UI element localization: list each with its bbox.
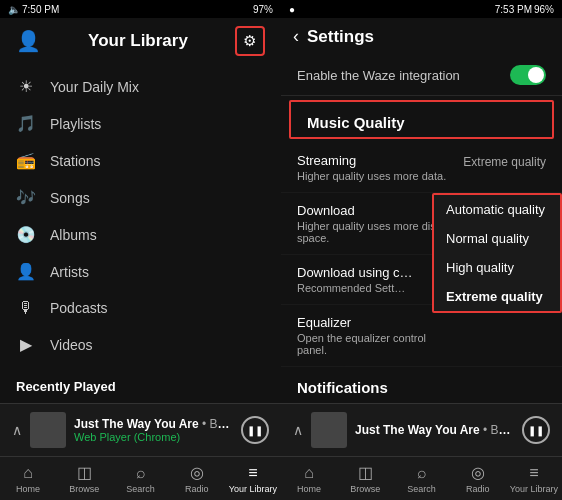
left-search-icon: ⌕ [136,464,146,482]
left-album-art [30,412,66,448]
streaming-text: Streaming Higher quality uses more data. [297,153,463,182]
left-np-chevron: ∧ [12,422,22,438]
right-bn-search[interactable]: ⌕ Search [393,460,449,498]
right-bn-library-label: Your Library [510,484,558,494]
nav-item-artists[interactable]: 👤 Artists [0,253,281,290]
equalizer-row[interactable]: Equalizer Open the equalizer control pan… [281,305,562,367]
right-home-icon: ⌂ [304,464,314,482]
nav-item-songs[interactable]: 🎶 Songs [0,179,281,216]
right-time: 7:53 PM [495,4,532,15]
nav-item-playlists[interactable]: 🎵 Playlists [0,105,281,142]
left-bn-library[interactable]: ≡ Your Library [225,460,281,498]
right-np-info: Just The Way You Are • Bruno Mars [355,423,514,437]
right-pause-button[interactable]: ❚❚ [522,416,550,444]
left-bn-home[interactable]: ⌂ Home [0,460,56,498]
quality-option-automatic[interactable]: Automatic quality [434,195,560,224]
nav-label-albums: Albums [50,227,97,243]
left-np-title: Just The Way You Are • Bruno Mars [74,417,233,431]
nav-item-podcasts[interactable]: 🎙 Podcasts [0,290,281,326]
left-home-icon: ⌂ [23,464,33,482]
left-header-title: Your Library [88,31,188,51]
videos-icon: ▶ [16,335,36,354]
left-status-left: 🔈 7:50 PM [8,4,59,15]
left-panel: 🔈 7:50 PM 97% 👤 Your Library ⚙ ☀ Your Da… [0,0,281,500]
artists-icon: 👤 [16,262,36,281]
quality-option-normal[interactable]: Normal quality [434,224,560,253]
left-library-icon: ≡ [248,464,257,482]
albums-icon: 💿 [16,225,36,244]
right-spotify-icon: ● [289,4,295,15]
nav-label-songs: Songs [50,190,90,206]
waze-label: Enable the Waze integration [297,68,460,83]
left-bn-browse-label: Browse [69,484,99,494]
left-bn-search[interactable]: ⌕ Search [112,460,168,498]
right-bn-browse-label: Browse [350,484,380,494]
left-bn-radio[interactable]: ◎ Radio [169,459,225,498]
equalizer-label: Equalizer [297,315,546,330]
right-radio-icon: ◎ [471,463,485,482]
gear-button[interactable]: ⚙ [235,26,265,56]
playlists-icon: 🎵 [16,114,36,133]
right-bottom-nav: ⌂ Home ◫ Browse ⌕ Search ◎ Radio ≡ Your … [281,456,562,500]
left-now-playing-bar[interactable]: ∧ Just The Way You Are • Bruno Mars Web … [0,403,281,456]
right-browse-icon: ◫ [358,463,373,482]
nav-item-albums[interactable]: 💿 Albums [0,216,281,253]
right-status-right: 7:53 PM 96% [495,4,554,15]
nav-label-playlists: Playlists [50,116,101,132]
library-nav-list: ☀ Your Daily Mix 🎵 Playlists 📻 Stations … [0,64,281,367]
right-now-playing-bar[interactable]: ∧ Just The Way You Are • Bruno Mars ❚❚ [281,403,562,456]
left-bn-radio-label: Radio [185,484,209,494]
left-status-right: 97% [253,4,273,15]
right-header: ‹ Settings [281,18,562,55]
left-pause-button[interactable]: ❚❚ [241,416,269,444]
right-status-left: ● [289,4,295,15]
nav-label-stations: Stations [50,153,101,169]
left-bn-home-label: Home [16,484,40,494]
nav-label-podcasts: Podcasts [50,300,108,316]
nav-label-daily-mix: Your Daily Mix [50,79,139,95]
right-bn-search-label: Search [407,484,436,494]
nav-item-daily-mix[interactable]: ☀ Your Daily Mix [0,68,281,105]
right-header-title: Settings [307,27,374,47]
songs-icon: 🎶 [16,188,36,207]
download-row[interactable]: Download Higher quality uses more disk s… [281,193,562,255]
equalizer-desc: Open the equalizer control panel. [297,332,457,356]
user-icon: 👤 [16,29,41,53]
left-pause-icon: ❚❚ [247,425,263,436]
podcasts-icon: 🎙 [16,299,36,317]
nav-label-artists: Artists [50,264,89,280]
music-quality-header: Music Quality [289,100,554,139]
right-bn-library[interactable]: ≡ Your Library [506,460,562,498]
waze-row[interactable]: Enable the Waze integration [281,55,562,96]
quality-option-high[interactable]: High quality [434,253,560,282]
right-np-title: Just The Way You Are • Bruno Mars [355,423,514,437]
daily-mix-icon: ☀ [16,77,36,96]
streaming-value: Extreme quality [463,155,546,169]
left-bottom-nav: ⌂ Home ◫ Browse ⌕ Search ◎ Radio ≡ Your … [0,456,281,500]
right-search-icon: ⌕ [417,464,427,482]
nav-item-stations[interactable]: 📻 Stations [0,142,281,179]
streaming-desc: Higher quality uses more data. [297,170,457,182]
left-status-bar: 🔈 7:50 PM 97% [0,0,281,18]
quality-option-extreme[interactable]: Extreme quality [434,282,560,311]
back-button[interactable]: ‹ [293,26,299,47]
left-battery: 97% [253,4,273,15]
streaming-row[interactable]: Streaming Higher quality uses more data.… [281,143,562,193]
right-bn-browse[interactable]: ◫ Browse [337,459,393,498]
right-bn-radio-label: Radio [466,484,490,494]
left-time: 7:50 PM [22,4,59,15]
right-bn-radio[interactable]: ◎ Radio [450,459,506,498]
nav-item-videos[interactable]: ▶ Videos [0,326,281,363]
left-bn-search-label: Search [126,484,155,494]
right-panel: ● 7:53 PM 96% ‹ Settings Enable the Waze… [281,0,562,500]
right-bn-home[interactable]: ⌂ Home [281,460,337,498]
left-bn-library-label: Your Library [229,484,277,494]
streaming-label: Streaming [297,153,463,168]
left-bn-browse[interactable]: ◫ Browse [56,459,112,498]
waze-toggle[interactable] [510,65,546,85]
right-album-art [311,412,347,448]
right-library-icon: ≡ [529,464,538,482]
right-status-bar: ● 7:53 PM 96% [281,0,562,18]
stations-icon: 📻 [16,151,36,170]
right-np-chevron: ∧ [293,422,303,438]
